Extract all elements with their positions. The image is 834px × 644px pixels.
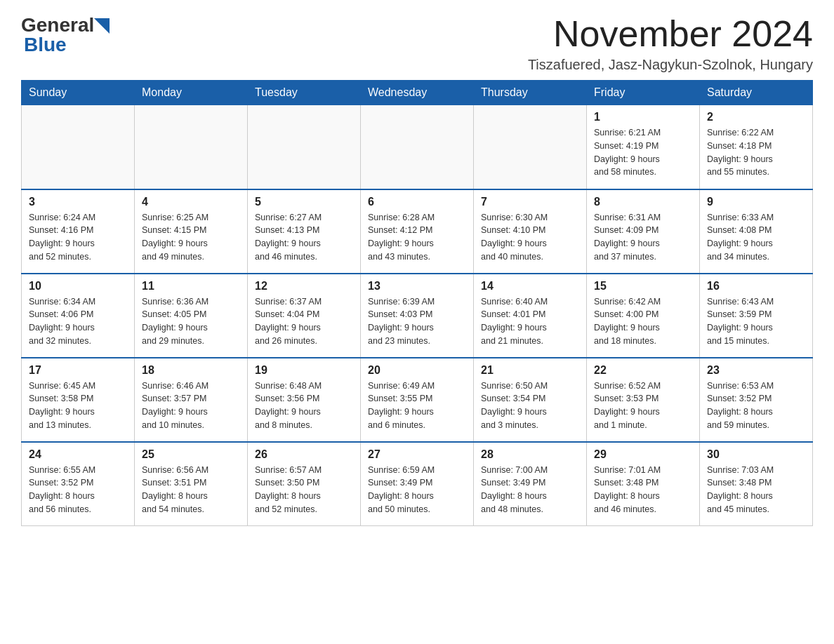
day-info: Sunrise: 6:22 AM Sunset: 4:18 PM Dayligh…	[707, 126, 805, 179]
day-number: 23	[707, 364, 805, 377]
page-header: General Blue November 2024 Tiszafuered, …	[21, 14, 813, 73]
day-number: 26	[255, 448, 353, 461]
day-info: Sunrise: 6:52 AM Sunset: 3:53 PM Dayligh…	[594, 380, 692, 432]
day-info: Sunrise: 6:57 AM Sunset: 3:50 PM Dayligh…	[255, 464, 353, 516]
day-number: 11	[142, 280, 240, 293]
table-row: 29Sunrise: 7:01 AM Sunset: 3:48 PM Dayli…	[587, 442, 700, 526]
logo: General Blue	[21, 14, 110, 56]
day-number: 20	[368, 364, 466, 377]
day-number: 16	[707, 280, 805, 293]
table-row: 12Sunrise: 6:37 AM Sunset: 4:04 PM Dayli…	[248, 274, 361, 358]
calendar-week-row: 10Sunrise: 6:34 AM Sunset: 4:06 PM Dayli…	[22, 274, 813, 358]
day-number: 8	[594, 196, 692, 208]
day-info: Sunrise: 6:42 AM Sunset: 4:00 PM Dayligh…	[594, 295, 692, 348]
day-info: Sunrise: 6:31 AM Sunset: 4:09 PM Dayligh…	[594, 211, 692, 264]
day-info: Sunrise: 6:33 AM Sunset: 4:08 PM Dayligh…	[707, 211, 805, 264]
day-number: 13	[368, 280, 466, 293]
table-row: 10Sunrise: 6:34 AM Sunset: 4:06 PM Dayli…	[22, 274, 135, 358]
day-info: Sunrise: 7:03 AM Sunset: 3:48 PM Dayligh…	[707, 464, 805, 516]
table-row: 21Sunrise: 6:50 AM Sunset: 3:54 PM Dayli…	[474, 358, 587, 442]
table-row: 30Sunrise: 7:03 AM Sunset: 3:48 PM Dayli…	[700, 442, 813, 526]
table-row: 1Sunrise: 6:21 AM Sunset: 4:19 PM Daylig…	[587, 105, 700, 189]
table-row: 11Sunrise: 6:36 AM Sunset: 4:05 PM Dayli…	[135, 274, 248, 358]
table-row: 24Sunrise: 6:55 AM Sunset: 3:52 PM Dayli…	[22, 442, 135, 526]
table-row: 16Sunrise: 6:43 AM Sunset: 3:59 PM Dayli…	[700, 274, 813, 358]
day-info: Sunrise: 6:28 AM Sunset: 4:12 PM Dayligh…	[368, 211, 466, 264]
day-number: 29	[594, 448, 692, 461]
day-info: Sunrise: 6:40 AM Sunset: 4:01 PM Dayligh…	[481, 295, 579, 348]
day-info: Sunrise: 6:50 AM Sunset: 3:54 PM Dayligh…	[481, 380, 579, 432]
calendar-table: Sunday Monday Tuesday Wednesday Thursday…	[21, 80, 813, 526]
table-row: 13Sunrise: 6:39 AM Sunset: 4:03 PM Dayli…	[361, 274, 474, 358]
table-row: 4Sunrise: 6:25 AM Sunset: 4:15 PM Daylig…	[135, 189, 248, 274]
day-info: Sunrise: 7:00 AM Sunset: 3:49 PM Dayligh…	[481, 464, 579, 516]
table-row: 5Sunrise: 6:27 AM Sunset: 4:13 PM Daylig…	[248, 189, 361, 274]
day-info: Sunrise: 6:30 AM Sunset: 4:10 PM Dayligh…	[481, 211, 579, 264]
day-number: 19	[255, 364, 353, 377]
month-title: November 2024	[528, 14, 813, 54]
table-row: 7Sunrise: 6:30 AM Sunset: 4:10 PM Daylig…	[474, 189, 587, 274]
table-row: 2Sunrise: 6:22 AM Sunset: 4:18 PM Daylig…	[700, 105, 813, 189]
table-row	[474, 105, 587, 189]
table-row: 17Sunrise: 6:45 AM Sunset: 3:58 PM Dayli…	[22, 358, 135, 442]
table-row: 6Sunrise: 6:28 AM Sunset: 4:12 PM Daylig…	[361, 189, 474, 274]
day-number: 1	[594, 111, 692, 123]
day-info: Sunrise: 6:21 AM Sunset: 4:19 PM Dayligh…	[594, 126, 692, 179]
table-row: 27Sunrise: 6:59 AM Sunset: 3:49 PM Dayli…	[361, 442, 474, 526]
header-saturday: Saturday	[700, 81, 813, 105]
day-number: 28	[481, 448, 579, 461]
day-number: 30	[707, 448, 805, 461]
table-row: 8Sunrise: 6:31 AM Sunset: 4:09 PM Daylig…	[587, 189, 700, 274]
table-row	[361, 105, 474, 189]
header-sunday: Sunday	[22, 81, 135, 105]
day-info: Sunrise: 6:37 AM Sunset: 4:04 PM Dayligh…	[255, 295, 353, 348]
day-number: 25	[142, 448, 240, 461]
table-row: 28Sunrise: 7:00 AM Sunset: 3:49 PM Dayli…	[474, 442, 587, 526]
table-row	[135, 105, 248, 189]
table-row: 18Sunrise: 6:46 AM Sunset: 3:57 PM Dayli…	[135, 358, 248, 442]
table-row: 25Sunrise: 6:56 AM Sunset: 3:51 PM Dayli…	[135, 442, 248, 526]
day-number: 6	[368, 196, 466, 208]
day-info: Sunrise: 6:36 AM Sunset: 4:05 PM Dayligh…	[142, 295, 240, 348]
header-thursday: Thursday	[474, 81, 587, 105]
day-number: 7	[481, 196, 579, 208]
location-title: Tiszafuered, Jasz-Nagykun-Szolnok, Hunga…	[528, 57, 813, 73]
day-info: Sunrise: 6:43 AM Sunset: 3:59 PM Dayligh…	[707, 295, 805, 348]
day-info: Sunrise: 6:53 AM Sunset: 3:52 PM Dayligh…	[707, 380, 805, 432]
day-info: Sunrise: 6:46 AM Sunset: 3:57 PM Dayligh…	[142, 380, 240, 432]
day-number: 3	[29, 196, 127, 208]
table-row: 23Sunrise: 6:53 AM Sunset: 3:52 PM Dayli…	[700, 358, 813, 442]
day-info: Sunrise: 6:55 AM Sunset: 3:52 PM Dayligh…	[29, 464, 127, 516]
table-row: 22Sunrise: 6:52 AM Sunset: 3:53 PM Dayli…	[587, 358, 700, 442]
table-row	[248, 105, 361, 189]
day-info: Sunrise: 6:24 AM Sunset: 4:16 PM Dayligh…	[29, 211, 127, 264]
day-number: 12	[255, 280, 353, 293]
svg-marker-0	[94, 18, 110, 34]
table-row: 3Sunrise: 6:24 AM Sunset: 4:16 PM Daylig…	[22, 189, 135, 274]
day-number: 5	[255, 196, 353, 208]
title-area: November 2024 Tiszafuered, Jasz-Nagykun-…	[528, 14, 813, 73]
header-friday: Friday	[587, 81, 700, 105]
header-wednesday: Wednesday	[361, 81, 474, 105]
calendar-week-row: 1Sunrise: 6:21 AM Sunset: 4:19 PM Daylig…	[22, 105, 813, 189]
day-info: Sunrise: 6:45 AM Sunset: 3:58 PM Dayligh…	[29, 380, 127, 432]
day-number: 14	[481, 280, 579, 293]
day-number: 24	[29, 448, 127, 461]
table-row: 19Sunrise: 6:48 AM Sunset: 3:56 PM Dayli…	[248, 358, 361, 442]
day-number: 27	[368, 448, 466, 461]
day-number: 17	[29, 364, 127, 377]
calendar-week-row: 3Sunrise: 6:24 AM Sunset: 4:16 PM Daylig…	[22, 189, 813, 274]
day-number: 9	[707, 196, 805, 208]
day-number: 10	[29, 280, 127, 293]
table-row: 14Sunrise: 6:40 AM Sunset: 4:01 PM Dayli…	[474, 274, 587, 358]
logo-blue-text: Blue	[24, 34, 67, 56]
day-number: 15	[594, 280, 692, 293]
day-number: 22	[594, 364, 692, 377]
logo-arrow-icon	[94, 18, 110, 34]
day-info: Sunrise: 6:25 AM Sunset: 4:15 PM Dayligh…	[142, 211, 240, 264]
day-info: Sunrise: 6:39 AM Sunset: 4:03 PM Dayligh…	[368, 295, 466, 348]
calendar-week-row: 24Sunrise: 6:55 AM Sunset: 3:52 PM Dayli…	[22, 442, 813, 526]
table-row: 20Sunrise: 6:49 AM Sunset: 3:55 PM Dayli…	[361, 358, 474, 442]
calendar-week-row: 17Sunrise: 6:45 AM Sunset: 3:58 PM Dayli…	[22, 358, 813, 442]
day-info: Sunrise: 6:27 AM Sunset: 4:13 PM Dayligh…	[255, 211, 353, 264]
